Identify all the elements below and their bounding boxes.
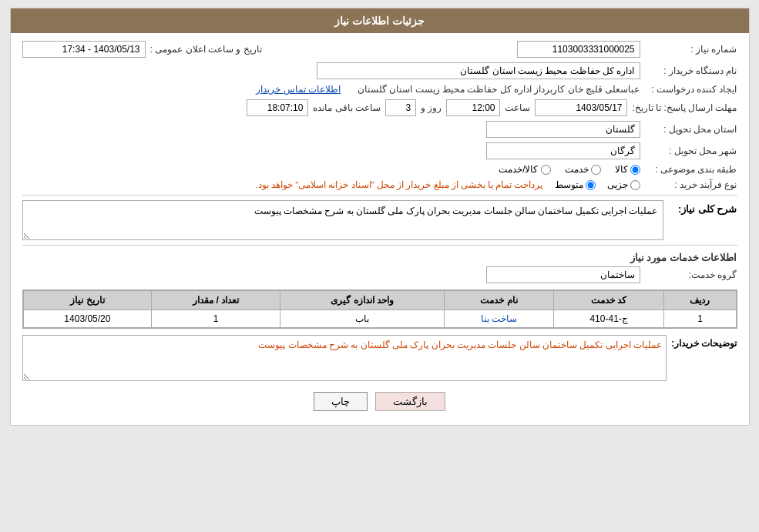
announce-label: تاریخ و ساعت اعلان عمومی :: [150, 44, 262, 55]
service-group-input[interactable]: [486, 266, 640, 283]
back-button[interactable]: بازگشت: [375, 392, 445, 411]
need-number-input[interactable]: [517, 41, 640, 58]
separator-2: [22, 245, 737, 246]
services-section-title: اطلاعات خدمات مورد نیاز: [22, 252, 737, 263]
page-container: جزئیات اطلاعات نیاز شماره نیاز : تاریخ و…: [10, 8, 750, 426]
category-option-service[interactable]: خدمت: [565, 164, 601, 175]
purchase-type-medium[interactable]: متوسط: [555, 179, 596, 190]
category-option-both[interactable]: کالا/خدمت: [499, 164, 550, 175]
category-label-both: کالا/خدمت: [499, 164, 538, 175]
col-index: ردیف: [664, 291, 736, 310]
deadline-days-input[interactable]: [385, 99, 416, 116]
category-radio-both[interactable]: [541, 165, 551, 175]
category-label-goods: کالا: [615, 164, 628, 175]
col-quantity: تعداد / مقدار: [152, 291, 280, 310]
row-city: شهر محل تحویل :: [22, 142, 737, 159]
separator-1: [22, 195, 737, 196]
deadline-remaining-input[interactable]: [247, 99, 308, 116]
col-service-code: کد خدمت: [553, 291, 664, 310]
table-header-row: ردیف کد خدمت نام خدمت واحد اندازه گیری ت…: [23, 291, 736, 310]
deadline-time-label: ساعت: [505, 102, 530, 113]
announce-input[interactable]: [22, 41, 146, 58]
category-label: طبقه بندی موضوعی :: [645, 164, 737, 175]
purchase-type-options: جزیی متوسط پرداخت تمام یا بخشی از مبلغ خ…: [256, 179, 640, 190]
row-buyer-org: نام دستگاه خریدار :: [22, 62, 737, 79]
buyer-desc-textarea[interactable]: عملیات اجرایی تکمیل ساختمان سالن جلسات م…: [22, 335, 667, 381]
cell-service-name[interactable]: ساخت بنا: [445, 310, 553, 328]
row-creator: ایجاد کننده درخواست : عباسعلی قلیچ خان ک…: [22, 84, 737, 95]
row-deadline: مهلت ارسال پاسخ: تا تاریخ: ساعت روز و سا…: [22, 99, 737, 116]
row-purchase-type: نوع فرآیند خرید : جزیی متوسط پرداخت تمام…: [22, 179, 737, 190]
creator-label: ایجاد کننده درخواست :: [645, 84, 737, 95]
cell-quantity: 1: [152, 310, 280, 328]
page-header: جزئیات اطلاعات نیاز: [11, 8, 749, 33]
services-table-container: ردیف کد خدمت نام خدمت واحد اندازه گیری ت…: [22, 289, 737, 329]
service-group-label: گروه خدمت:: [645, 269, 737, 280]
cell-index: 1: [664, 310, 736, 328]
row-service-group: گروه خدمت:: [22, 266, 737, 283]
city-label: شهر محل تحویل :: [645, 146, 737, 156]
city-input[interactable]: [486, 142, 640, 159]
category-option-goods[interactable]: کالا: [615, 164, 640, 175]
need-number-label: شماره نیاز :: [645, 44, 737, 55]
purchase-radio-partial[interactable]: [630, 180, 640, 190]
province-label: استان محل تحویل :: [645, 124, 737, 135]
deadline-time-input[interactable]: [446, 99, 500, 116]
col-unit: واحد اندازه گیری: [280, 291, 445, 310]
category-radio-group: کالا خدمت کالا/خدمت: [499, 164, 640, 175]
contact-link[interactable]: اطلاعات تماس خریدار: [256, 84, 341, 95]
cell-date: 1403/05/20: [23, 310, 152, 328]
row-province: استان محل تحویل :: [22, 121, 737, 138]
deadline-date-input[interactable]: [535, 99, 627, 116]
col-date: تاریخ نیاز: [23, 291, 152, 310]
deadline-label: مهلت ارسال پاسخ: تا تاریخ:: [632, 102, 737, 113]
row-need-number: شماره نیاز : تاریخ و ساعت اعلان عمومی :: [22, 41, 737, 58]
deadline-days-label: روز و: [421, 102, 442, 113]
cell-service-code: ج-41-410: [553, 310, 664, 328]
buyer-desc-label: توضیحات خریدار:: [671, 335, 737, 349]
purchase-type-label: نوع فرآیند خرید :: [645, 179, 737, 190]
purchase-radio-medium[interactable]: [586, 180, 596, 190]
buyer-org-input[interactable]: [317, 62, 640, 79]
content-area: شماره نیاز : تاریخ و ساعت اعلان عمومی : …: [11, 33, 749, 425]
category-label-service: خدمت: [565, 164, 589, 175]
purchase-note: پرداخت تمام یا بخشی از مبلغ خریدار از مح…: [256, 179, 543, 190]
buttons-row: بازگشت چاپ: [22, 392, 737, 411]
province-input[interactable]: [486, 121, 640, 138]
print-button[interactable]: چاپ: [314, 392, 368, 411]
purchase-type-partial[interactable]: جزیی: [607, 179, 640, 190]
need-desc-textarea[interactable]: عملیات اجرایی تکمیل ساختمان سالن جلسات م…: [22, 200, 663, 240]
deadline-remaining-label: ساعت باقی مانده: [313, 102, 381, 113]
row-category: طبقه بندی موضوعی : کالا خدمت کالا/خدمت: [22, 164, 737, 175]
category-radio-goods[interactable]: [630, 165, 640, 175]
creator-value: عباسعلی قلیچ خان کاربرداز اداره کل حفاظت…: [358, 84, 640, 95]
col-service-name: نام خدمت: [445, 291, 553, 310]
services-table: ردیف کد خدمت نام خدمت واحد اندازه گیری ت…: [23, 290, 737, 328]
table-row: 1 ج-41-410 ساخت بنا باب 1 1403/05/20: [23, 310, 736, 328]
category-radio-service[interactable]: [591, 165, 601, 175]
purchase-label-partial: جزیی: [607, 179, 628, 190]
row-need-desc: شرح کلی نیاز: عملیات اجرایی تکمیل ساختما…: [22, 200, 737, 240]
buyer-org-label: نام دستگاه خریدار :: [645, 65, 737, 76]
row-buyer-desc: توضیحات خریدار: عملیات اجرایی تکمیل ساخت…: [22, 335, 737, 381]
need-desc-label: شرح کلی نیاز:: [668, 200, 737, 215]
page-title: جزئیات اطلاعات نیاز: [334, 15, 425, 27]
cell-unit: باب: [280, 310, 445, 328]
purchase-label-medium: متوسط: [555, 179, 583, 190]
